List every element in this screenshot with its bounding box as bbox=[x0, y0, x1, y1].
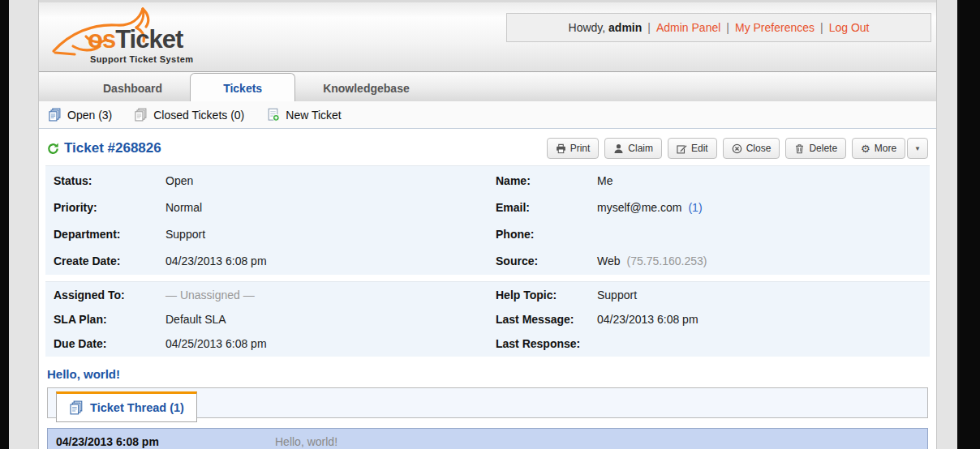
ticket-header-row: Ticket #268826 Print Claim Edit Close bbox=[45, 129, 930, 165]
person-icon bbox=[613, 143, 624, 154]
tickets-sub-nav: Open (3) Closed Tickets (0) New Ticket bbox=[39, 101, 936, 129]
email-label: Email: bbox=[496, 201, 597, 214]
close-button[interactable]: Close bbox=[723, 138, 780, 159]
name-value: Me bbox=[597, 174, 930, 187]
assigned-to-label: Assigned To: bbox=[54, 289, 165, 301]
log-out-link[interactable]: Log Out bbox=[829, 21, 870, 34]
new-ticket-icon bbox=[266, 108, 280, 122]
detail-row-email: Email: myself@me.com(1) bbox=[496, 194, 930, 220]
due-date-label: Due Date: bbox=[54, 337, 165, 350]
help-topic-label: Help Topic: bbox=[496, 289, 597, 301]
help-topic-value: Support bbox=[597, 289, 930, 301]
source-ip: (75.75.160.253) bbox=[621, 254, 707, 267]
thread-tab-label: Ticket Thread (1) bbox=[90, 401, 184, 414]
separator: | bbox=[642, 21, 656, 34]
detail-row-sla-plan: SLA Plan: Default SLA bbox=[54, 307, 488, 331]
edit-button[interactable]: Edit bbox=[668, 138, 717, 159]
detail-row-priority: Priority: Normal bbox=[54, 194, 488, 220]
create-date-label: Create Date: bbox=[54, 254, 165, 267]
details-primary-right: Name: Me Email: myself@me.com(1) Phone: … bbox=[488, 167, 930, 274]
admin-panel-link[interactable]: Admin Panel bbox=[656, 21, 720, 34]
thread-entry-preview: Hello, world! bbox=[275, 435, 337, 448]
priority-label: Priority: bbox=[54, 201, 165, 214]
detail-row-create-date: Create Date: 04/23/2013 6:08 pm bbox=[54, 247, 488, 274]
phone-label: Phone: bbox=[496, 228, 597, 241]
ticket-title: Ticket #268826 bbox=[47, 140, 161, 156]
gear-icon: ⚙ bbox=[861, 143, 870, 154]
source-value: Web bbox=[597, 254, 621, 267]
closed-tickets-icon bbox=[134, 108, 148, 122]
ticket-toolbar: Print Claim Edit Close Delete bbox=[547, 138, 928, 159]
assigned-to-value: — Unassigned — bbox=[165, 289, 488, 301]
separator: | bbox=[815, 21, 829, 34]
claim-label: Claim bbox=[628, 143, 653, 154]
my-preferences-link[interactable]: My Preferences bbox=[735, 21, 815, 34]
more-button[interactable]: ⚙ More bbox=[852, 138, 905, 159]
printer-icon bbox=[556, 143, 566, 154]
trash-icon bbox=[794, 143, 805, 154]
source-label: Source: bbox=[496, 254, 597, 267]
header: osTicket Support Ticket System Howdy, ad… bbox=[39, 0, 936, 71]
tab-tickets[interactable]: Tickets bbox=[190, 73, 295, 101]
detail-row-last-response: Last Response: bbox=[496, 331, 930, 356]
status-value: Open bbox=[165, 174, 488, 187]
detail-row-phone: Phone: bbox=[496, 220, 930, 247]
subnav-open-label: Open (3) bbox=[67, 109, 112, 122]
details-secondary-right: Help Topic: Support Last Message: 04/23/… bbox=[488, 283, 930, 356]
close-label: Close bbox=[746, 143, 772, 154]
subnav-item-closed-tickets[interactable]: Closed Tickets (0) bbox=[134, 108, 244, 122]
chevron-down-icon: ▼ bbox=[914, 145, 921, 152]
status-label: Status: bbox=[54, 174, 165, 187]
thread-tab-strip: Ticket Thread (1) bbox=[47, 387, 928, 418]
ticket-details-primary: Status: Open Priority: Normal Department… bbox=[45, 165, 930, 275]
print-label: Print bbox=[570, 143, 591, 154]
open-tickets-icon bbox=[48, 108, 62, 122]
detail-row-assigned-to: Assigned To: — Unassigned — bbox=[54, 283, 488, 307]
thread-pages-icon bbox=[69, 400, 84, 415]
detail-row-name: Name: Me bbox=[496, 167, 930, 194]
ticket-subject: Hello, world! bbox=[47, 367, 928, 381]
sla-plan-label: SLA Plan: bbox=[54, 313, 165, 326]
ticket-details-secondary: Assigned To: — Unassigned — SLA Plan: De… bbox=[45, 281, 930, 357]
osticket-logo: osTicket Support Ticket System bbox=[47, 4, 250, 72]
detail-row-due-date: Due Date: 04/25/2013 6:08 pm bbox=[54, 331, 488, 356]
username: admin bbox=[608, 21, 642, 34]
tab-knowledgebase[interactable]: Knowledgebase bbox=[295, 75, 437, 101]
detail-row-source: Source: Web(75.75.160.253) bbox=[496, 247, 930, 274]
ticket-title-text: Ticket #268826 bbox=[64, 140, 161, 156]
ticket-view: Ticket #268826 Print Claim Edit Close bbox=[39, 129, 936, 449]
close-circle-icon bbox=[732, 143, 742, 154]
last-message-label: Last Message: bbox=[496, 313, 597, 326]
thread-entry-row[interactable]: 04/23/2013 6:08 pm Hello, world! bbox=[47, 428, 928, 449]
more-label: More bbox=[875, 143, 896, 154]
subnav-item-open[interactable]: Open (3) bbox=[48, 108, 112, 122]
details-primary-left: Status: Open Priority: Normal Department… bbox=[45, 167, 488, 274]
delete-label: Delete bbox=[809, 143, 837, 154]
claim-button[interactable]: Claim bbox=[604, 138, 662, 159]
subnav-item-new-ticket[interactable]: New Ticket bbox=[266, 108, 341, 122]
brand-tagline: Support Ticket System bbox=[90, 54, 193, 64]
tab-dashboard[interactable]: Dashboard bbox=[75, 75, 190, 101]
more-caret-button[interactable]: ▼ bbox=[907, 138, 928, 159]
last-response-label: Last Response: bbox=[496, 337, 597, 350]
thread-entry-date: 04/23/2013 6:08 pm bbox=[48, 435, 275, 448]
delete-button[interactable]: Delete bbox=[785, 138, 846, 159]
priority-value: Normal bbox=[165, 201, 488, 214]
email-value-wrap: myself@me.com(1) bbox=[597, 201, 930, 214]
brand-name: osTicket bbox=[88, 25, 183, 54]
edit-label: Edit bbox=[691, 143, 708, 154]
tab-ticket-thread[interactable]: Ticket Thread (1) bbox=[56, 391, 197, 422]
subnav-new-ticket-label: New Ticket bbox=[286, 109, 341, 122]
print-button[interactable]: Print bbox=[547, 138, 600, 159]
refresh-icon[interactable] bbox=[47, 143, 59, 155]
name-label: Name: bbox=[496, 174, 597, 187]
detail-row-status: Status: Open bbox=[54, 167, 488, 194]
due-date-value: 04/25/2013 6:08 pm bbox=[165, 337, 488, 350]
email-count-link[interactable]: (1) bbox=[681, 201, 702, 214]
main-tab-bar: Dashboard Tickets Knowledgebase bbox=[39, 71, 936, 101]
email-value: myself@me.com bbox=[597, 201, 681, 214]
subnav-closed-label: Closed Tickets (0) bbox=[153, 109, 244, 122]
detail-row-help-topic: Help Topic: Support bbox=[496, 283, 930, 307]
sla-plan-value: Default SLA bbox=[165, 313, 488, 326]
separator: | bbox=[720, 21, 735, 34]
